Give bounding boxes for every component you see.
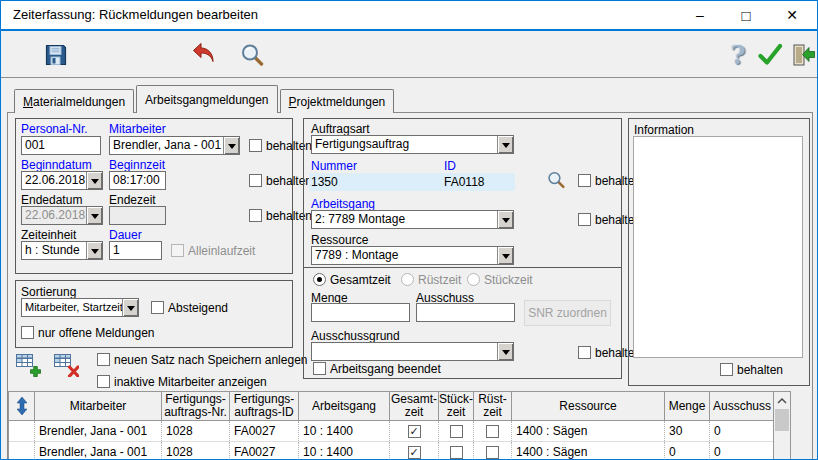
confirm-icon[interactable] bbox=[757, 42, 783, 68]
cell-ressource: 1400 : Sägen bbox=[512, 442, 665, 460]
minimize-button[interactable]: – bbox=[677, 1, 723, 29]
tab-projektmeldungen[interactable]: Projektmeldungen bbox=[280, 89, 395, 113]
dauer-input[interactable]: 1 bbox=[109, 241, 162, 260]
dropdown-arrow-icon[interactable] bbox=[122, 299, 138, 316]
arbeitsgang-beendet-label: Arbeitsgang beendet bbox=[330, 362, 441, 376]
tab-materialmeldungen[interactable]: Materialmeldungen bbox=[14, 89, 134, 113]
search-icon[interactable] bbox=[239, 42, 265, 68]
col-arbeitsgang[interactable]: Arbeitsgang bbox=[299, 392, 390, 421]
sort-column-header[interactable] bbox=[9, 392, 35, 421]
nummer-label: Nummer bbox=[311, 159, 357, 173]
dropdown-arrow-icon[interactable] bbox=[497, 211, 513, 228]
dropdown-arrow-icon[interactable] bbox=[497, 136, 513, 153]
col-menge[interactable]: Menge bbox=[665, 392, 710, 421]
undo-icon[interactable] bbox=[191, 42, 217, 68]
gesamtzeit-label: Gesamtzeit bbox=[330, 273, 391, 287]
table-row[interactable]: Brendler, Jana - 001 1028 FA0027 10 : 14… bbox=[9, 421, 790, 442]
stueckzeit-radio bbox=[467, 273, 480, 286]
beginndatum-combobox[interactable]: 22.06.2018 bbox=[21, 171, 103, 190]
rueckmeldungen-table: Mitarbeiter Fertigungs-auftrags-Nr. Fert… bbox=[8, 391, 791, 460]
dropdown-arrow-icon bbox=[86, 207, 102, 224]
sort-updown-icon bbox=[17, 397, 27, 415]
scrollbar-thumb[interactable] bbox=[775, 409, 789, 431]
stueckzeit-cell-checkbox[interactable] bbox=[450, 425, 463, 438]
gesamtzeit-radio[interactable] bbox=[313, 273, 326, 286]
inaktive-mitarbeiter-checkbox[interactable] bbox=[97, 375, 110, 388]
help-icon[interactable]: ? bbox=[725, 42, 751, 68]
order-lookup-icon[interactable] bbox=[546, 170, 566, 190]
dropdown-arrow-icon[interactable] bbox=[86, 172, 102, 189]
col-fertigungsauftrags-id[interactable]: Fertigungs-auftrags-ID bbox=[230, 392, 299, 421]
mitarbeiter-label: Mitarbeiter bbox=[109, 122, 166, 136]
table-vertical-scrollbar[interactable] bbox=[773, 392, 790, 460]
dropdown-arrow-icon[interactable] bbox=[223, 137, 239, 154]
exit-icon[interactable] bbox=[789, 42, 815, 68]
col-gesamtzeit[interactable]: Gesamt-zeit bbox=[390, 392, 439, 421]
dauer-label: Dauer bbox=[109, 228, 142, 242]
delete-row-icon[interactable] bbox=[53, 351, 79, 377]
arbeitsgang-combobox[interactable]: 2: 7789 Montage bbox=[311, 210, 514, 229]
behalten-beginn-checkbox[interactable] bbox=[249, 174, 262, 187]
arbeitsgang-label: Arbeitsgang bbox=[311, 197, 375, 211]
endedatum-label: Endedatum bbox=[21, 193, 82, 207]
add-row-icon[interactable] bbox=[15, 351, 41, 377]
ausschuss-input[interactable] bbox=[416, 303, 515, 322]
dropdown-arrow-icon[interactable] bbox=[497, 247, 513, 264]
mitarbeiter-combobox[interactable]: Brendler, Jana - 001 bbox=[109, 136, 240, 155]
cell-fa-nr: 1028 bbox=[162, 442, 230, 460]
alleinlaufzeit-checkbox bbox=[171, 244, 184, 257]
tab-arbeitsgangmeldungen[interactable]: Arbeitsgangmeldungen bbox=[136, 85, 277, 113]
behalten-auftrag-checkbox[interactable] bbox=[578, 174, 591, 187]
application-window: Zeiterfassung: Rückmeldungen bearbeiten … bbox=[0, 0, 818, 460]
information-textarea[interactable] bbox=[633, 136, 803, 358]
col-stueckzeit[interactable]: Stück-zeit bbox=[439, 392, 474, 421]
zeiteinheit-combobox[interactable]: h : Stunde bbox=[21, 241, 103, 260]
auftragsart-combobox[interactable]: Fertigungsauftrag bbox=[311, 135, 514, 154]
beginnzeit-input[interactable]: 08:17:00 bbox=[109, 171, 166, 190]
col-ressource[interactable]: Ressource bbox=[512, 392, 665, 421]
ruestzeit-label: Rüstzeit bbox=[418, 273, 461, 287]
absteigend-checkbox[interactable] bbox=[151, 301, 164, 314]
inaktive-mitarbeiter-label: inaktive Mitarbeiter anzeigen bbox=[114, 375, 267, 389]
sortierung-label: Sortierung bbox=[21, 285, 76, 299]
ruestzeit-cell-checkbox[interactable] bbox=[486, 425, 499, 438]
dropdown-arrow-icon[interactable] bbox=[86, 242, 102, 259]
behalten-arbeitsgang-checkbox[interactable] bbox=[578, 213, 591, 226]
save-icon[interactable] bbox=[43, 42, 69, 68]
ruestzeit-radio bbox=[401, 273, 414, 286]
behalten-mitarbeiter-checkbox[interactable] bbox=[249, 139, 262, 152]
maximize-button[interactable]: □ bbox=[723, 1, 769, 29]
ressource-combobox[interactable]: 7789 : Montage bbox=[311, 246, 514, 265]
cell-menge: 30 bbox=[665, 421, 710, 441]
behalten-information-checkbox[interactable] bbox=[720, 363, 733, 376]
col-mitarbeiter[interactable]: Mitarbeiter bbox=[35, 392, 162, 421]
cell-ausschuss: 0 bbox=[710, 442, 774, 460]
endezeit-label: Endezeit bbox=[109, 193, 156, 207]
arbeitsgang-beendet-checkbox[interactable] bbox=[313, 362, 326, 375]
cell-ausschuss: 0 bbox=[710, 421, 774, 441]
ruestzeit-cell-checkbox[interactable] bbox=[486, 446, 499, 459]
gesamtzeit-cell-checkbox[interactable]: ✓ bbox=[408, 425, 421, 438]
col-ausschuss[interactable]: Ausschuss bbox=[710, 392, 774, 421]
behalten-ende-checkbox[interactable] bbox=[249, 209, 262, 222]
gesamtzeit-cell-checkbox[interactable]: ✓ bbox=[408, 446, 421, 459]
dropdown-arrow-icon[interactable] bbox=[497, 343, 513, 360]
cell-arbeitsgang: 10 : 1400 bbox=[299, 442, 390, 460]
stueckzeit-cell-checkbox[interactable] bbox=[450, 446, 463, 459]
sortierung-combobox[interactable]: Mitarbeiter, Startzeit bbox=[21, 298, 139, 317]
table-row[interactable]: Brendler, Jana - 001 1028 FA0027 10 : 14… bbox=[9, 442, 790, 460]
col-ruestzeit[interactable]: Rüst-zeit bbox=[474, 392, 512, 421]
order-number-field: 1350 FA0118 bbox=[309, 173, 515, 191]
id-label: ID bbox=[444, 159, 456, 173]
nur-offene-meldungen-checkbox[interactable] bbox=[21, 326, 34, 339]
beginndatum-label: Beginndatum bbox=[21, 158, 92, 172]
personal-nr-input[interactable]: 001 bbox=[21, 136, 101, 155]
ausschussgrund-combobox[interactable] bbox=[311, 342, 514, 361]
neuen-satz-checkbox[interactable] bbox=[97, 353, 110, 366]
col-fertigungsauftrags-nr[interactable]: Fertigungs-auftrags-Nr. bbox=[162, 392, 230, 421]
nur-offene-meldungen-label: nur offene Meldungen bbox=[38, 326, 155, 340]
menge-input[interactable] bbox=[311, 303, 410, 322]
behalten-ausschussgrund-checkbox[interactable] bbox=[578, 346, 591, 359]
close-button[interactable]: ✕ bbox=[769, 1, 815, 29]
scroll-up-icon[interactable] bbox=[774, 392, 790, 409]
